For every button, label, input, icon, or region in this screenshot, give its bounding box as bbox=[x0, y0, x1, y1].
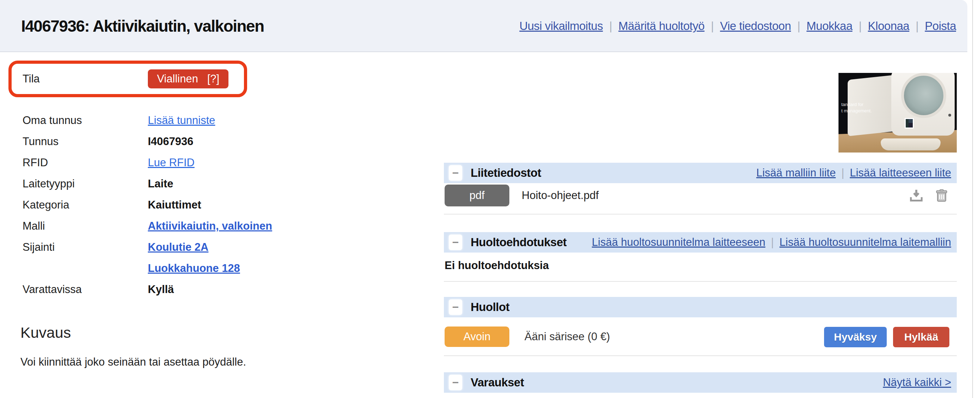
add-maintenance-plan-device-link[interactable]: Lisää huoltosuunnitelma laitteeseen bbox=[592, 236, 765, 249]
status-badge[interactable]: Viallinen[?] bbox=[148, 69, 229, 88]
download-icon[interactable] bbox=[908, 188, 924, 204]
category-value: Kaiuttimet bbox=[148, 199, 201, 211]
action-delete[interactable]: Poista bbox=[925, 19, 956, 33]
read-rfid-link[interactable]: Lue RFID bbox=[148, 156, 195, 169]
asset-id-value: I4067936 bbox=[148, 135, 193, 148]
action-separator: | bbox=[916, 19, 918, 33]
page-header: I4067936: Aktiivikaiutin, valkoinen Uusi… bbox=[0, 0, 967, 52]
action-separator: | bbox=[859, 19, 862, 33]
services-section-header: − Huollot bbox=[444, 297, 957, 317]
link-separator: | bbox=[771, 236, 774, 249]
add-model-attachment-link[interactable]: Lisää malliin liite bbox=[756, 167, 836, 179]
header-actions: Uusi vikailmoitus | Määritä huoltotyö | … bbox=[519, 0, 956, 52]
add-maintenance-plan-model-link[interactable]: Lisää huoltosuunnitelma laitemalliin bbox=[780, 236, 951, 249]
reservations-section-header: − Varaukset Näytä kaikki > bbox=[444, 372, 957, 393]
photo-text-fragment: tandard for bbox=[841, 102, 864, 107]
add-identifier-link[interactable]: Lisää tunniste bbox=[148, 114, 215, 127]
attachments-section-header: − Liitetiedostot Lisää malliin liite | L… bbox=[444, 163, 957, 183]
maintenance-suggestions-section-header: − Huoltoehdotukset Lisää huoltosuunnitel… bbox=[444, 232, 957, 253]
description-heading: Kuvaus bbox=[21, 324, 71, 341]
maintenance-suggestions-title: Huoltoehdotukset bbox=[471, 236, 566, 249]
action-edit[interactable]: Muokkaa bbox=[807, 19, 852, 33]
show-all-reservations-link[interactable]: Näytä kaikki > bbox=[883, 376, 951, 389]
photo-qr-sticker bbox=[905, 118, 914, 129]
collapse-icon[interactable]: − bbox=[449, 165, 462, 181]
link-separator: | bbox=[841, 167, 844, 179]
asset-detail-page: I4067936: Aktiivikaiutin, valkoinen Uusi… bbox=[0, 0, 980, 398]
photo-tweeter-dot bbox=[948, 114, 951, 116]
approve-button[interactable]: Hyväksy bbox=[824, 327, 887, 347]
file-type-badge: pdf bbox=[445, 185, 509, 206]
divider bbox=[444, 281, 957, 282]
divider bbox=[444, 214, 957, 215]
model-link[interactable]: Aktiivikaiutin, valkoinen bbox=[148, 220, 272, 232]
reservable-value: Kyllä bbox=[148, 283, 174, 296]
action-new-fault-report[interactable]: Uusi vikailmoitus bbox=[519, 19, 603, 33]
trash-icon[interactable] bbox=[934, 188, 950, 204]
page-title: I4067936: Aktiivikaiutin, valkoinen bbox=[21, 0, 264, 52]
collapse-icon[interactable]: − bbox=[449, 299, 462, 315]
service-description: Ääni särisee (0 €) bbox=[525, 326, 610, 347]
status-label: Tila bbox=[22, 73, 139, 85]
action-clone[interactable]: Kloonaa bbox=[868, 19, 910, 33]
file-name: Hoito-ohjeet.pdf bbox=[522, 185, 599, 206]
attachments-title: Liitetiedostot bbox=[471, 166, 541, 180]
reject-button[interactable]: Hylkää bbox=[893, 327, 950, 347]
description-text: Voi kiinnittää joko seinään tai asettaa … bbox=[21, 356, 246, 368]
scrollbar[interactable] bbox=[972, 0, 973, 398]
action-separator: | bbox=[609, 19, 612, 33]
action-separator: | bbox=[711, 19, 714, 33]
device-type-value: Laite bbox=[148, 178, 173, 190]
location-building-link[interactable]: Koulutie 2A bbox=[148, 241, 208, 253]
photo-text-fragment: t management. bbox=[841, 108, 872, 113]
status-help-icon[interactable]: [?] bbox=[207, 73, 219, 85]
action-export-file[interactable]: Vie tiedostoon bbox=[720, 19, 791, 33]
collapse-icon[interactable]: − bbox=[449, 234, 462, 250]
collapse-icon[interactable]: − bbox=[449, 375, 462, 390]
action-separator: | bbox=[797, 19, 800, 33]
services-title: Huollot bbox=[471, 301, 509, 314]
reservations-title: Varaukset bbox=[471, 376, 524, 389]
no-maintenance-suggestions-text: Ei huoltoehdotuksia bbox=[445, 259, 549, 272]
action-define-maintenance[interactable]: Määritä huoltotyö bbox=[619, 19, 705, 33]
service-status-badge[interactable]: Avoin bbox=[445, 326, 509, 347]
product-photo: tandard for t management. bbox=[838, 73, 957, 153]
photo-speaker-stand bbox=[881, 139, 940, 150]
photo-speaker-cone bbox=[901, 73, 946, 118]
add-device-attachment-link[interactable]: Lisää laitteeseen liite bbox=[850, 167, 951, 179]
location-room-link[interactable]: Luokkahuone 128 bbox=[148, 262, 240, 275]
divider bbox=[444, 355, 957, 356]
